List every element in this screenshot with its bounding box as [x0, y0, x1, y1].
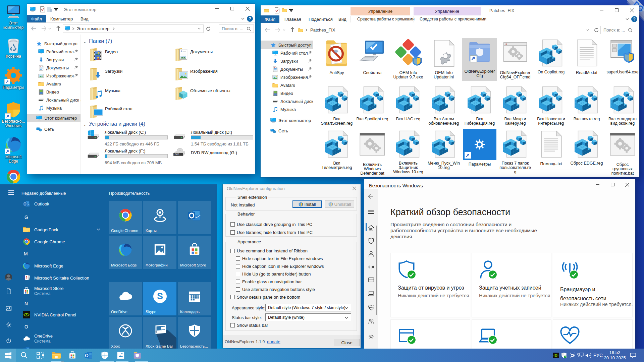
svg-text:A: A	[180, 50, 182, 53]
